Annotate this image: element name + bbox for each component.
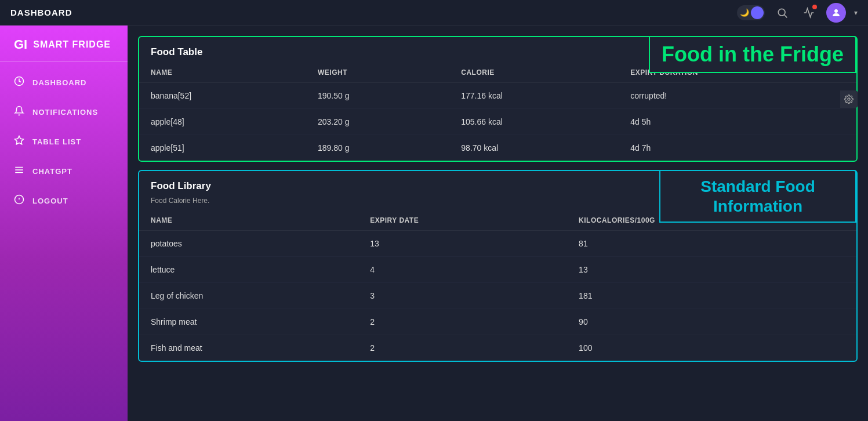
cell-kcal: 181: [567, 283, 856, 309]
sidebar-label-tablelist: TABLE LIST: [32, 137, 81, 146]
cell-calorie: 98.70 kcal: [449, 135, 619, 161]
sidebar-brand-name: SMART FRIDGE: [33, 39, 111, 50]
lib-col-name: NAME: [139, 210, 358, 231]
food-table-card: Food in the Fridge Food Table NAME WEIGH…: [138, 36, 858, 162]
gear-icon: [844, 95, 854, 104]
sidebar-brand: GI SMART FRIDGE: [0, 37, 128, 62]
cell-kcal: 100: [567, 335, 856, 361]
table-row: Leg of chicken 3 181: [139, 283, 856, 309]
table-row: potatoes 13 81: [139, 231, 856, 257]
sidebar-label-dashboard: DASHBOARD: [32, 78, 87, 87]
svg-marker-4: [15, 136, 24, 144]
dashboard-icon: [14, 76, 24, 89]
cell-name: Shrimp meat: [139, 309, 358, 335]
sidebar-label-notifications: NOTIFICATIONS: [32, 108, 98, 117]
sidebar-label-logout: LOGOUT: [32, 197, 68, 205]
cell-calorie: 105.66 kcal: [449, 109, 619, 135]
user-avatar[interactable]: [826, 3, 846, 23]
gear-button[interactable]: [840, 90, 858, 108]
table-row: Fish and meat 2 100: [139, 335, 856, 361]
cell-expiry: 4: [358, 257, 567, 283]
table-row: Shrimp meat 2 90: [139, 309, 856, 335]
sidebar: GI SMART FRIDGE DASHBOARD NOTIFICATIONS: [0, 26, 128, 421]
sidebar-label-chatgpt: CHATGPT: [32, 167, 72, 176]
search-icon: [776, 7, 788, 19]
table-row: lettuce 4 13: [139, 257, 856, 283]
cell-expiry: 3: [358, 283, 567, 309]
svg-point-2: [834, 9, 838, 13]
cell-expiry: 4d 5h: [619, 109, 856, 135]
user-dropdown-arrow[interactable]: ▾: [854, 9, 858, 17]
tablelist-icon: [14, 135, 24, 148]
sidebar-item-logout[interactable]: LOGOUT: [0, 186, 128, 216]
chatgpt-icon: [14, 165, 24, 178]
search-button[interactable]: [773, 3, 791, 22]
table-row: banana[52] 190.50 g 177.16 kcal corrupte…: [139, 83, 856, 109]
dark-mode-toggle[interactable]: 🌙: [737, 5, 765, 20]
cell-name: Fish and meat: [139, 335, 358, 361]
col-calorie: CALORIE: [449, 63, 619, 83]
topnav-right: 🌙 ▾: [737, 3, 858, 23]
col-weight: WEIGHT: [306, 63, 449, 83]
content-area: Food in the Fridge Food Table NAME WEIGH…: [128, 26, 868, 421]
avatar-icon: [831, 8, 841, 18]
sidebar-gi: GI: [14, 37, 27, 52]
food-library-table: NAME EXPIRY DATE KILOCALORIES/100G potat…: [139, 210, 856, 361]
sidebar-nav: DASHBOARD NOTIFICATIONS TABLE LIST CHATG…: [0, 62, 128, 216]
sidebar-item-dashboard[interactable]: DASHBOARD: [0, 68, 128, 97]
topnav: DASHBOARD 🌙 ▾: [0, 0, 868, 26]
svg-point-0: [778, 9, 785, 16]
topnav-title: DASHBOARD: [10, 8, 72, 17]
col-name: NAME: [139, 63, 306, 83]
logout-icon: [14, 194, 24, 208]
cell-weight: 190.50 g: [306, 83, 449, 109]
cell-name: apple[51]: [139, 135, 306, 161]
cell-kcal: 90: [567, 309, 856, 335]
svg-point-11: [848, 98, 850, 100]
toggle-circle: [751, 6, 764, 19]
moon-icon: 🌙: [740, 8, 749, 17]
cell-name: potatoes: [139, 231, 358, 257]
table-row: apple[48] 203.20 g 105.66 kcal 4d 5h: [139, 109, 856, 135]
standard-food-label: Standard Food Information: [659, 170, 856, 223]
cell-name: apple[48]: [139, 109, 306, 135]
food-table: NAME WEIGHT CALORIE EXPIRY DURATION bana…: [139, 63, 856, 161]
notifications-icon: [14, 106, 24, 119]
cell-kcal: 13: [567, 257, 856, 283]
cell-calorie: 177.16 kcal: [449, 83, 619, 109]
sidebar-item-tablelist[interactable]: TABLE LIST: [0, 127, 128, 157]
cell-expiry: 2: [358, 309, 567, 335]
sidebar-item-chatgpt[interactable]: CHATGPT: [0, 157, 128, 186]
table-row: apple[51] 189.80 g 98.70 kcal 4d 7h: [139, 135, 856, 161]
cell-weight: 203.20 g: [306, 109, 449, 135]
cell-name: banana[52]: [139, 83, 306, 109]
cell-name: lettuce: [139, 257, 358, 283]
cell-expiry: 4d 7h: [619, 135, 856, 161]
activity-badge: [812, 5, 817, 9]
cell-kcal: 81: [567, 231, 856, 257]
main-layout: GI SMART FRIDGE DASHBOARD NOTIFICATIONS: [0, 26, 868, 421]
cell-name: Leg of chicken: [139, 283, 358, 309]
activity-button[interactable]: [800, 3, 818, 22]
sidebar-item-notifications[interactable]: NOTIFICATIONS: [0, 97, 128, 127]
cell-expiry: 13: [358, 231, 567, 257]
lib-col-expiry: EXPIRY DATE: [358, 210, 567, 231]
cell-weight: 189.80 g: [306, 135, 449, 161]
svg-line-1: [785, 14, 787, 17]
food-fridge-label: Food in the Fridge: [649, 36, 856, 73]
cell-expiry: corrupted!: [619, 83, 856, 109]
food-library-card: Standard Food Information Food Library F…: [138, 170, 858, 362]
cell-expiry: 2: [358, 335, 567, 361]
